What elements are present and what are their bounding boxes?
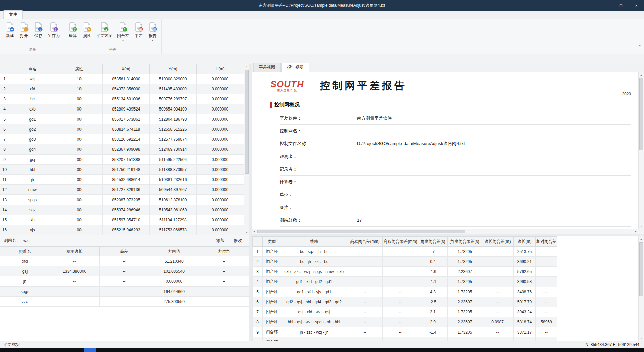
table-row[interactable]: 13spgs00852087.973205510612.8781090.0000… bbox=[0, 195, 244, 205]
scrollbar-thumb[interactable] bbox=[245, 70, 249, 174]
column-header[interactable]: 属性 bbox=[56, 64, 103, 74]
loops-table-scrollbar[interactable]: ▲ ▼ bbox=[638, 236, 644, 341]
report-button[interactable]: ▤报告▼ bbox=[146, 19, 160, 42]
tab-report-view[interactable]: 报告视图 bbox=[281, 63, 309, 72]
table-row[interactable]: gsj1334.386000--101.085540-- bbox=[0, 266, 249, 276]
scrollbar-track[interactable] bbox=[639, 241, 644, 336]
column-header[interactable]: 点名 bbox=[9, 64, 56, 74]
window-controls: – □ × bbox=[598, 0, 644, 11]
scroll-down-icon[interactable]: ▼ bbox=[244, 230, 249, 235]
scroll-up-icon[interactable]: ▲ bbox=[639, 72, 644, 77]
report-scrollbar[interactable]: ▲ ▼ bbox=[638, 72, 644, 229]
table-cell: nmw bbox=[9, 185, 56, 195]
table-row[interactable]: 14sqz00855374.286946510543.0618690.00000… bbox=[0, 205, 244, 215]
column-header[interactable]: Y(m) bbox=[150, 64, 197, 74]
add-button[interactable]: 添加 bbox=[216, 238, 224, 244]
table-row[interactable]: xfd----51.210340-- bbox=[0, 256, 249, 266]
column-header[interactable]: 线路 bbox=[281, 237, 347, 247]
modify-button[interactable]: 修改 bbox=[234, 238, 242, 244]
column-header[interactable]: 观测边长 bbox=[50, 247, 99, 256]
table-row[interactable]: 16yjs00855215.946293511753.0665780.00000… bbox=[0, 225, 244, 235]
panel-splitter[interactable] bbox=[249, 64, 252, 341]
scroll-up-icon[interactable]: ▲ bbox=[244, 64, 249, 69]
save-button[interactable]: ↓保存 bbox=[31, 19, 45, 39]
report-horizontal-scrollbar[interactable]: ◀ ▶ bbox=[252, 229, 638, 234]
table-cell: 5818.74 bbox=[514, 317, 536, 327]
column-header[interactable]: X(m) bbox=[103, 64, 150, 74]
column-header[interactable]: 相对闭合差 bbox=[536, 237, 557, 247]
table-row[interactable]: 1wzj10853561.814000510308.8290000.000000 bbox=[0, 74, 244, 84]
points-table-scrollbar[interactable]: ▲ ▼ bbox=[244, 64, 249, 235]
column-header[interactable]: 边长闭合差(m) bbox=[482, 237, 514, 247]
table-cell: 闭合环 bbox=[263, 287, 281, 297]
ribbon-collapse-icon[interactable]: ▾ bbox=[639, 44, 641, 47]
table-row[interactable]: 10hbl00851750.219148511888.8709570.00000… bbox=[0, 165, 244, 175]
table-row[interactable]: 3bc00855134.601006509776.2897970.000000 bbox=[0, 94, 244, 104]
column-header[interactable]: 高程闭合差(mm) bbox=[347, 237, 383, 247]
report-splitter[interactable] bbox=[252, 234, 644, 236]
table-row[interactable]: 7gd300853120.692214512577.7598740.000000 bbox=[0, 134, 244, 144]
column-header[interactable]: 边长(m) bbox=[514, 237, 536, 247]
save-as-button[interactable]: ⇓另存为 bbox=[45, 19, 62, 39]
table-cell: wzj bbox=[9, 74, 56, 84]
table-row[interactable]: 5gd100855017.573861512804.1867930.000000 bbox=[0, 114, 244, 124]
table-row[interactable]: 8gd400852367.909098512469.7309140.000000 bbox=[0, 144, 244, 155]
column-header[interactable]: 角度闭合差(s) bbox=[418, 237, 448, 247]
column-header[interactable]: 方向值 bbox=[149, 247, 199, 256]
table-row[interactable]: 10闭合环 bbox=[253, 337, 557, 341]
column-header[interactable]: 方位角 bbox=[199, 247, 249, 256]
table-row[interactable]: jh----0.000000-- bbox=[0, 276, 249, 287]
table-cell: 9 bbox=[253, 327, 263, 337]
table-row[interactable]: 4cxb00852809.439524509654.0341000.000000 bbox=[0, 104, 244, 114]
open-file-button[interactable]: ↑打开 bbox=[17, 19, 31, 39]
table-row[interactable]: 2闭合环bc - jh - zzc - bc----0.41.73205--36… bbox=[253, 257, 557, 267]
table-row[interactable]: 9闭合环jh - zzc - wzj - jh-----1.41.73205--… bbox=[253, 327, 557, 337]
table-row[interactable]: 2xfd10854373.856000511495.4830000.000000 bbox=[0, 84, 244, 94]
file-tab[interactable]: 文件 bbox=[3, 10, 23, 19]
estimate-button[interactable]: ∑概算 bbox=[66, 19, 80, 39]
section-marker bbox=[270, 102, 272, 108]
minimize-button[interactable]: – bbox=[598, 0, 613, 11]
table-row[interactable]: zzc----275.300550-- bbox=[0, 297, 249, 307]
table-row[interactable]: 12nmw00851727.329136509544.3976670.00000… bbox=[0, 185, 244, 195]
column-header[interactable]: H(m) bbox=[197, 64, 244, 74]
scrollbar-thumb[interactable] bbox=[639, 78, 643, 150]
scheme-button[interactable]: ▲平差方案 bbox=[94, 19, 115, 39]
closure-button[interactable]: ↻闭合差▼ bbox=[115, 19, 131, 42]
scroll-left-icon[interactable]: ◀ bbox=[252, 229, 257, 234]
column-header[interactable]: 类型 bbox=[263, 237, 281, 247]
table-row[interactable]: 1闭合环bc - sqz - jh - bc-----71.73205--251… bbox=[253, 247, 557, 257]
scrollbar-thumb[interactable] bbox=[257, 230, 465, 233]
adjust-button[interactable]: ▦平差 bbox=[131, 19, 146, 39]
table-row[interactable]: 5闭合环gd1 - xfd - yjs - gd1----4.31.73205-… bbox=[253, 287, 557, 297]
scroll-down-icon[interactable]: ▼ bbox=[639, 336, 644, 341]
column-header[interactable]: 角度闭合限差(s) bbox=[448, 237, 482, 247]
table-row[interactable]: 11jh00854532.688614510381.2326160.000000 bbox=[0, 175, 244, 185]
scrollbar-track[interactable] bbox=[244, 69, 249, 230]
table-row[interactable]: spgs----164.044660-- bbox=[0, 287, 249, 297]
new-file-button[interactable]: +新建 bbox=[3, 19, 17, 39]
close-button[interactable]: × bbox=[629, 0, 644, 11]
properties-button[interactable]: ✎属性 bbox=[80, 19, 94, 39]
scrollbar-thumb[interactable] bbox=[639, 242, 643, 296]
table-row[interactable]: 9gsj00853207.151388511595.2225060.000000 bbox=[0, 155, 244, 165]
column-header[interactable]: 高差 bbox=[99, 247, 149, 256]
taskbar-app-indicator[interactable] bbox=[84, 348, 96, 352]
scrollbar-track[interactable] bbox=[639, 77, 644, 224]
table-row[interactable]: 15xh00851597.854710511104.1272980.000000 bbox=[0, 215, 244, 225]
table-row[interactable]: 4闭合环gd1 - xfd - gd2 - gd1-----1.11.73205… bbox=[253, 277, 557, 287]
table-row[interactable]: 3闭合环cxb - zzc - wzj - spgs - nmw - cxb--… bbox=[253, 267, 557, 277]
tab-adjust-view[interactable]: 平差视图 bbox=[253, 63, 281, 72]
table-row[interactable]: 8闭合环hbl - gsj - wzj - spgs - xh - hbl---… bbox=[253, 317, 557, 327]
maximize-button[interactable]: □ bbox=[613, 0, 629, 11]
scroll-right-icon[interactable]: ▶ bbox=[633, 229, 638, 234]
table-row[interactable]: 6gd200853814.674118512658.5152260.000000 bbox=[0, 124, 244, 134]
scroll-down-icon[interactable]: ▼ bbox=[639, 224, 644, 229]
table-row[interactable]: 6闭合环gd2 - gsj - hbl - gd4 - gd3 - gd2---… bbox=[253, 297, 557, 307]
table-cell: -- bbox=[383, 257, 418, 267]
table-row[interactable]: 7闭合环gsj - xfd - wzj - gsj----3.11.73205-… bbox=[253, 307, 557, 317]
scroll-up-icon[interactable]: ▲ bbox=[639, 236, 644, 241]
scrollbar-track[interactable] bbox=[257, 229, 633, 234]
column-header[interactable]: 高程闭合限差(mm) bbox=[383, 237, 418, 247]
column-header[interactable]: 照准名 bbox=[0, 247, 50, 256]
